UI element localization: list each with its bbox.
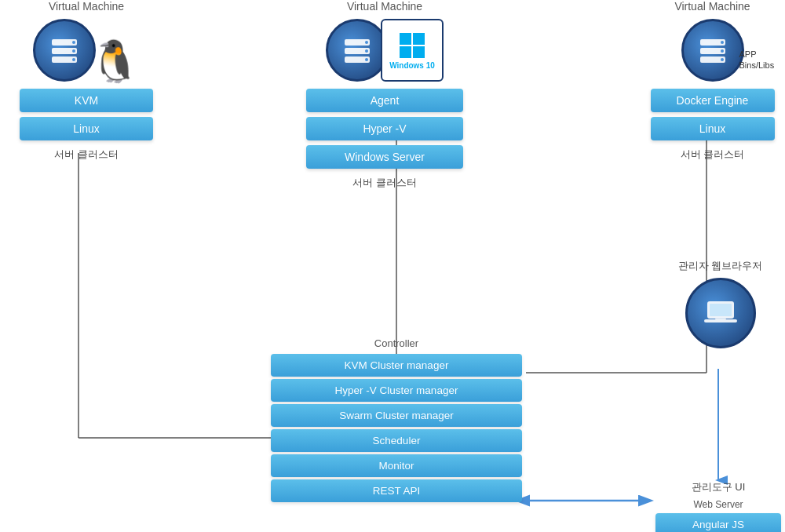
scheduler-btn[interactable]: Scheduler bbox=[271, 429, 522, 452]
svg-rect-19 bbox=[400, 33, 411, 45]
vm-right-title: Virtual Machine bbox=[674, 0, 750, 13]
vm-middle: Virtual Machine bbox=[283, 0, 487, 190]
svg-rect-21 bbox=[400, 46, 411, 58]
server-circle-right bbox=[681, 19, 744, 82]
linux-penguin-icon: 🐧 bbox=[89, 41, 141, 82]
web-server-label: Web Server bbox=[693, 499, 743, 510]
server-icon-left bbox=[47, 33, 82, 67]
server-circle-left bbox=[33, 19, 96, 82]
winserver-pill: Windows Server bbox=[306, 145, 463, 169]
hyperv-cluster-btn[interactable]: Hyper -V Cluster manager bbox=[271, 379, 522, 402]
docker-engine-pill: Docker Engine bbox=[651, 89, 775, 112]
agent-pill: Agent bbox=[306, 89, 463, 112]
controller-label: Controller bbox=[271, 337, 522, 349]
vm-right-korean: 서버 클러스터 bbox=[681, 148, 745, 162]
svg-point-28 bbox=[721, 58, 724, 61]
svg-rect-32 bbox=[715, 319, 726, 320]
laptop-icon bbox=[701, 293, 740, 333]
svg-point-26 bbox=[721, 41, 724, 44]
vm-middle-title: Virtual Machine bbox=[347, 0, 422, 13]
vm-left-korean: 서버 클러스터 bbox=[54, 148, 119, 162]
browser-circle bbox=[685, 278, 756, 348]
svg-point-27 bbox=[721, 49, 724, 53]
windows10-box: Windows 10 bbox=[381, 19, 444, 82]
vm-left: Virtual Machine 🐧 KVM Linux 서버 클러스터 bbox=[8, 0, 165, 162]
vm-right-icons: APPBins/Libs bbox=[681, 19, 744, 82]
svg-point-12 bbox=[72, 58, 75, 61]
svg-rect-20 bbox=[413, 33, 425, 45]
svg-point-17 bbox=[365, 49, 368, 53]
windows-flag-icon bbox=[398, 31, 426, 60]
server-circle-middle bbox=[326, 19, 389, 82]
windows10-text: Windows 10 bbox=[389, 61, 435, 70]
hyperv-pill: Hyper -V bbox=[306, 117, 463, 140]
linux-pill-left: Linux bbox=[20, 117, 153, 140]
angular-section: 관리도구 UI Web Server Angular JS bbox=[652, 480, 785, 532]
svg-rect-30 bbox=[710, 304, 732, 316]
controller-section: Controller KVM Cluster manager Hyper -V … bbox=[271, 337, 522, 505]
svg-point-18 bbox=[365, 58, 368, 61]
svg-point-10 bbox=[72, 41, 75, 44]
vm-left-title: Virtual Machine bbox=[49, 0, 124, 13]
svg-rect-22 bbox=[413, 46, 425, 58]
server-icon-right bbox=[696, 33, 730, 67]
rest-api-btn[interactable]: REST API bbox=[271, 479, 522, 502]
svg-point-11 bbox=[72, 49, 75, 53]
diagram-container: Virtual Machine 🐧 KVM Linux 서버 클러스터 Virt… bbox=[0, 0, 785, 532]
kvm-cluster-btn[interactable]: KVM Cluster manager bbox=[271, 354, 522, 377]
monitor-btn[interactable]: Monitor bbox=[271, 454, 522, 477]
svg-point-16 bbox=[365, 41, 368, 44]
angular-btn[interactable]: Angular JS bbox=[655, 513, 781, 532]
vm-middle-icons: Windows 10 bbox=[326, 19, 444, 82]
vm-left-icons: 🐧 bbox=[33, 19, 141, 82]
server-icon-middle bbox=[340, 33, 374, 67]
kvm-pill: KVM bbox=[20, 89, 153, 112]
admin-browser-label: 관리자 웹브라우저 bbox=[678, 259, 763, 273]
linux-pill-right: Linux bbox=[651, 117, 775, 140]
app-bins-label: APPBins/Libs bbox=[739, 49, 775, 71]
admin-browser-section: 관리자 웹브라우저 bbox=[659, 259, 781, 353]
vm-middle-korean: 서버 클러스터 bbox=[352, 176, 417, 190]
swarm-cluster-btn[interactable]: Swarm Cluster manager bbox=[271, 404, 522, 427]
vm-right: Virtual Machine APPBins/Libs Docker Engi… bbox=[644, 0, 781, 162]
mgmt-label: 관리도구 UI bbox=[692, 480, 746, 494]
